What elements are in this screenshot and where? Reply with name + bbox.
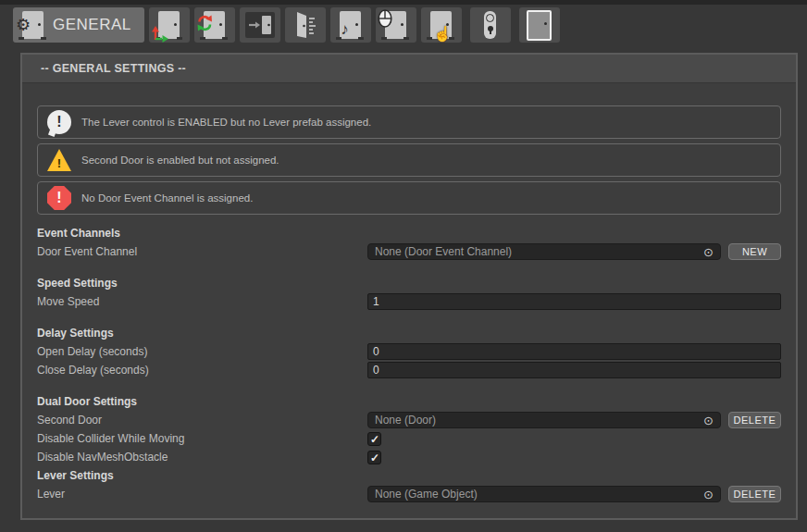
disable-navmesh-row: Disable NavMeshObstacle xyxy=(37,448,781,466)
window-top-edge xyxy=(0,0,807,5)
gear-icon: ⚙ xyxy=(16,17,31,33)
object-picker-icon[interactable]: ⊙ xyxy=(703,245,714,259)
section-delay-settings: Delay Settings Open Delay (seconds) Clos… xyxy=(37,324,781,379)
hand-door-icon: ☝ xyxy=(430,11,452,39)
warning-message: ! Second Door is enabled but not assigne… xyxy=(37,143,781,177)
section-dual-door-settings: Dual Door Settings Second Door None (Doo… xyxy=(37,392,781,466)
gear-door-icon: ⚙ xyxy=(22,11,43,39)
section-lever-settings: Lever Settings Lever None (Game Object) … xyxy=(37,466,781,503)
door-event-channel-row: Door Event Channel None (Door Event Chan… xyxy=(37,242,781,261)
mouse-icon xyxy=(378,9,392,28)
general-tab-label: GENERAL xyxy=(53,16,131,34)
object-field-value: None (Game Object) xyxy=(375,488,698,501)
warning-message-text: Second Door is enabled but not assigned. xyxy=(81,155,279,166)
keyhole-slot xyxy=(490,31,491,34)
tab-movement[interactable] xyxy=(149,7,190,43)
field-label: Lever xyxy=(37,488,367,501)
field-label: Open Delay (seconds) xyxy=(37,345,367,358)
section-event-channels: Event Channels Door Event Channel None (… xyxy=(37,224,781,261)
object-picker-icon[interactable]: ⊙ xyxy=(703,488,714,501)
move-speed-row: Move Speed xyxy=(37,292,781,311)
object-picker-icon[interactable]: ⊙ xyxy=(703,414,714,427)
tab-rotation[interactable] xyxy=(194,7,235,43)
slide-door-icon xyxy=(245,12,275,38)
delete-button[interactable]: DELETE xyxy=(728,486,781,502)
field-label: Move Speed xyxy=(37,295,367,308)
music-note-icon: ♪ xyxy=(341,21,349,37)
error-message-text: No Door Event Channel is assigned. xyxy=(81,192,253,204)
general-settings-panel: -- GENERAL SETTINGS -- ! The Lever contr… xyxy=(20,53,798,520)
section-header: Dual Door Settings xyxy=(37,392,781,411)
close-delay-row: Close Delay (seconds) xyxy=(37,361,781,379)
music-note-door-icon: ♪ xyxy=(340,11,361,39)
field-label: Disable Collider While Moving xyxy=(37,432,367,445)
field-label: Second Door xyxy=(37,414,367,427)
open-delay-input[interactable] xyxy=(367,343,781,360)
object-field-value: None (Door) xyxy=(375,414,698,427)
section-speed-settings: Speed Settings Move Speed xyxy=(37,274,781,311)
field-label: Close Delay (seconds) xyxy=(37,364,367,377)
tab-sound[interactable]: ♪ xyxy=(330,7,371,43)
rotate-door-icon xyxy=(204,11,225,39)
open-delay-row: Open Delay (seconds) xyxy=(37,342,781,361)
section-header: Delay Settings xyxy=(37,324,781,342)
disable-collider-checkbox[interactable] xyxy=(367,432,381,446)
panel-content: ! The Lever control is ENABLED but no Le… xyxy=(22,83,796,503)
rotate-icon xyxy=(196,15,214,31)
tab-interaction[interactable]: ☝ xyxy=(421,7,462,43)
door-event-channel-field[interactable]: None (Door Event Channel) ⊙ xyxy=(367,243,721,260)
delete-button[interactable]: DELETE xyxy=(728,412,781,428)
second-door-row: Second Door None (Door) ⊙ DELETE xyxy=(37,411,781,429)
disable-navmesh-checkbox[interactable] xyxy=(367,451,381,464)
move-speed-input[interactable] xyxy=(367,293,781,310)
panel-title: -- GENERAL SETTINGS -- xyxy=(22,55,796,83)
second-door-field[interactable]: None (Door) ⊙ xyxy=(367,412,721,428)
disable-collider-row: Disable Collider While Moving xyxy=(37,429,781,448)
remote-ring xyxy=(486,14,494,22)
hand-pointer-icon: ☝ xyxy=(433,27,452,42)
tab-mouse[interactable] xyxy=(376,7,416,43)
tab-general[interactable]: ⚙ GENERAL xyxy=(13,7,144,43)
field-label: Door Event Channel xyxy=(37,245,367,258)
error-message: ! No Door Event Channel is assigned. xyxy=(37,181,781,215)
warning-icon: ! xyxy=(47,149,71,171)
tab-swing[interactable] xyxy=(285,7,326,43)
field-label: Disable NavMeshObstacle xyxy=(37,451,367,464)
section-header: Event Channels xyxy=(37,224,781,242)
lever-row: Lever None (Game Object) ⊙ DELETE xyxy=(37,485,781,503)
info-message-text: The Lever control is ENABLED but no Leve… xyxy=(81,117,371,128)
remote-icon xyxy=(484,11,496,39)
lever-field[interactable]: None (Game Object) ⊙ xyxy=(367,486,721,502)
new-button[interactable]: NEW xyxy=(728,243,781,260)
tab-remote[interactable] xyxy=(470,7,511,43)
error-icon: ! xyxy=(47,186,71,210)
move-axes-door-icon xyxy=(158,11,180,39)
tab-sliding[interactable] xyxy=(240,7,280,43)
section-header: Lever Settings xyxy=(37,466,781,485)
door-icon xyxy=(527,10,552,41)
info-message: ! The Lever control is ENABLED but no Le… xyxy=(37,105,781,139)
toolbar: ⚙ GENERAL xyxy=(13,7,560,43)
section-header: Speed Settings xyxy=(37,274,781,292)
mouse-door-icon xyxy=(385,11,406,39)
info-icon: ! xyxy=(47,110,71,134)
object-field-value: None (Door Event Channel) xyxy=(375,245,698,258)
open-door-icon xyxy=(292,11,319,39)
tab-door[interactable] xyxy=(519,7,560,43)
close-delay-input[interactable] xyxy=(367,362,781,378)
move-axes-icon xyxy=(152,26,168,43)
